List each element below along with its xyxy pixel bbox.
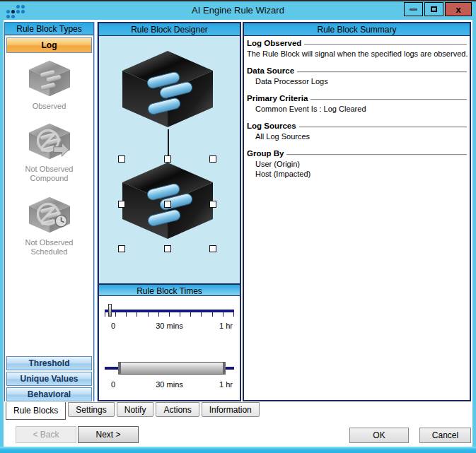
- selection-handle[interactable]: [164, 245, 171, 252]
- ai-engine-rule-wizard-window: AI Engine Rule Wizard x Rule Block Types…: [0, 0, 476, 453]
- cube-not-observed-arrow-icon: [28, 122, 71, 161]
- back-button[interactable]: < Back: [16, 426, 76, 443]
- behavioral-category-button[interactable]: Behavioral: [6, 387, 92, 401]
- rule-block-times-header: Rule Block Times: [99, 283, 240, 296]
- rule-block-summary-panel: Rule Block Summary Log Observed The Rule…: [243, 22, 471, 401]
- close-button[interactable]: x: [445, 2, 472, 16]
- tab-notify[interactable]: Notify: [117, 402, 154, 417]
- wizard-client-area: Rule Block Types Log Observed Not Observ…: [4, 20, 472, 447]
- section-text: Host (Impacted): [247, 169, 467, 179]
- slider1-mid-label: 30 mins: [156, 322, 183, 330]
- window-bottom-frame: [0, 447, 476, 453]
- minimize-icon: [410, 8, 417, 11]
- slider1-labels: 0 30 mins 1 hr: [105, 322, 234, 331]
- rule-block-designer-panel: Rule Block Designer Rule Blo: [98, 22, 241, 401]
- type-item-label: Not Observed Compound: [16, 165, 83, 183]
- summary-section-log-sources: Log Sources All Log Sources: [247, 121, 467, 141]
- rule-block-types-header: Rule Block Types: [5, 23, 93, 35]
- cube-not-observed-clock-icon: [28, 195, 71, 235]
- selection-handle[interactable]: [209, 201, 216, 208]
- designer-canvas[interactable]: [99, 36, 240, 283]
- rule-block-designer-header: Rule Block Designer: [99, 23, 240, 36]
- selection-handle[interactable]: [209, 155, 216, 163]
- rule-block-times-body: 0 30 mins 1 hr 0 30 mins 1 hr: [99, 296, 240, 398]
- time-range-bar[interactable]: [118, 362, 226, 375]
- selection-handle[interactable]: [118, 245, 125, 252]
- type-item-label: Not Observed Scheduled: [16, 238, 83, 257]
- type-item-label: Observed: [16, 102, 83, 111]
- titlebar[interactable]: AI Engine Rule Wizard x: [0, 1, 476, 20]
- maximize-button[interactable]: [424, 2, 443, 16]
- slider-tick-marks: [105, 312, 234, 317]
- cube-logs-icon: [28, 59, 71, 98]
- type-item-observed[interactable]: Observed: [5, 59, 93, 111]
- unique-values-category-button[interactable]: Unique Values: [6, 372, 92, 386]
- selection-handle[interactable]: [118, 201, 125, 208]
- section-text: User (Origin): [247, 159, 467, 169]
- section-text: Common Event Is : Log Cleared: [247, 104, 467, 114]
- type-item-not-observed-scheduled[interactable]: Not Observed Scheduled: [5, 195, 93, 257]
- section-title: Primary Criteria: [247, 93, 308, 104]
- type-item-not-observed-compound[interactable]: Not Observed Compound: [5, 122, 93, 183]
- tab-information[interactable]: Information: [202, 402, 260, 417]
- close-icon: x: [455, 4, 460, 15]
- minimize-button[interactable]: [404, 2, 423, 16]
- slider2-labels: 0 30 mins 1 hr: [105, 380, 234, 389]
- section-divider: [299, 127, 467, 128]
- slider2-start-label: 0: [111, 380, 115, 389]
- summary-section-group-by: Group By User (Origin) Host (Impacted): [247, 148, 467, 179]
- log-type-button[interactable]: Log: [6, 37, 92, 53]
- maximize-icon: [431, 6, 437, 12]
- tab-rule-blocks[interactable]: Rule Blocks: [6, 402, 66, 420]
- summary-section-data-source: Data Source Data Processor Logs: [247, 66, 467, 86]
- slider2-mid-label: 30 mins: [156, 380, 183, 389]
- tab-actions[interactable]: Actions: [156, 402, 199, 417]
- section-divider: [310, 99, 467, 100]
- section-divider: [304, 44, 467, 45]
- section-text: Data Processor Logs: [247, 76, 467, 86]
- summary-section-primary-criteria: Primary Criteria Common Event Is : Log C…: [247, 93, 467, 114]
- slider2-end-label: 1 hr: [219, 380, 233, 389]
- rule-block-summary-header: Rule Block Summary: [244, 23, 470, 36]
- section-divider: [286, 154, 467, 155]
- summary-section-log-observed: Log Observed The Rule Block will signal …: [247, 38, 467, 59]
- section-text: The Rule Block will signal when the spec…: [247, 49, 467, 59]
- section-title: Group By: [247, 148, 284, 159]
- slider1-end-label: 1 hr: [219, 322, 233, 330]
- selection-handle[interactable]: [118, 155, 125, 163]
- block-connector-line: [168, 129, 169, 159]
- rule-block-cube-icon[interactable]: [120, 49, 215, 129]
- ok-button[interactable]: OK: [349, 428, 409, 443]
- selection-handle[interactable]: [164, 155, 171, 163]
- section-title: Log Observed: [247, 38, 301, 49]
- wizard-tab-strip: Rule Blocks Settings Notify Actions Info…: [4, 402, 472, 421]
- selection-handle[interactable]: [209, 245, 216, 252]
- selection-handle[interactable]: [164, 201, 171, 208]
- rule-block-types-panel: Rule Block Types Log Observed Not Observ…: [4, 22, 94, 401]
- tab-settings[interactable]: Settings: [68, 402, 114, 417]
- slider1-start-label: 0: [111, 322, 115, 330]
- section-title: Data Source: [247, 66, 294, 76]
- threshold-category-button[interactable]: Threshold: [6, 356, 92, 370]
- cancel-button[interactable]: Cancel: [419, 428, 471, 443]
- section-text: All Log Sources: [247, 131, 467, 141]
- next-button[interactable]: Next >: [78, 426, 139, 443]
- section-title: Log Sources: [247, 121, 296, 131]
- section-divider: [297, 71, 467, 73]
